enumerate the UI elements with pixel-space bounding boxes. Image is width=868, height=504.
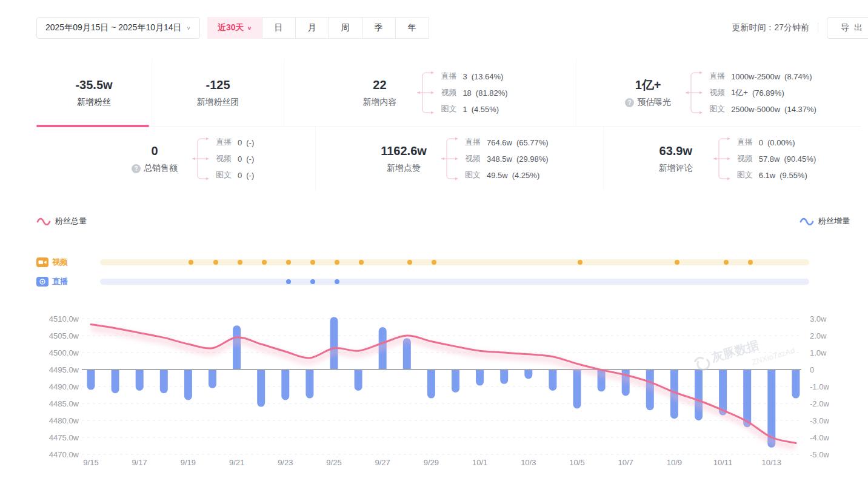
marker-dot[interactable] — [262, 260, 267, 265]
breakdown-row: 图文49.5w(4.25%) — [465, 167, 549, 184]
delta-bar[interactable] — [524, 370, 532, 379]
marker-dot[interactable] — [189, 260, 193, 265]
period-tab-月[interactable]: 月 — [295, 17, 329, 39]
breakdown-label: 视频 — [441, 87, 456, 98]
stat-card-新增内容[interactable]: 22新增内容直播3(13.64%)视频18(81.82%)图文1(4.55%) — [284, 59, 576, 126]
delta-bar[interactable] — [160, 370, 168, 393]
delta-bar[interactable] — [452, 370, 459, 393]
stat-combo: 0?总销售额直播0(-)视频0(-)图文0(-) — [127, 134, 254, 184]
marker-dot[interactable] — [310, 260, 315, 265]
legend-fans-delta[interactable]: 粉丝增量 — [800, 216, 850, 227]
marker-dot[interactable] — [213, 260, 218, 265]
delta-bar[interactable] — [209, 370, 216, 388]
delta-bar[interactable] — [743, 370, 751, 427]
breakdown-row: 直播3(13.64%) — [441, 68, 507, 85]
stat-card-新增粉丝[interactable]: -35.5w新增粉丝 — [36, 59, 152, 126]
delta-bar[interactable] — [403, 338, 411, 370]
delta-bar[interactable] — [476, 370, 484, 386]
breakdown-percent: (81.82%) — [476, 88, 508, 98]
marker-dot[interactable] — [578, 260, 583, 265]
delta-bar[interactable] — [87, 370, 95, 390]
toolbar: 2025年09月15日 ~ 2025年10月14日 ∨ 近30天 ∨ 日月周季年… — [36, 17, 868, 39]
delta-bar[interactable] — [233, 325, 241, 370]
marker-dot[interactable] — [748, 260, 753, 265]
chevron-down-icon: ∨ — [247, 25, 252, 31]
period-tab-周[interactable]: 周 — [329, 17, 362, 39]
marker-dot[interactable] — [407, 260, 412, 265]
breakdown-label: 视频 — [709, 87, 725, 98]
marker-dot[interactable] — [335, 260, 339, 265]
breakdown-list: 直播3(13.64%)视频18(81.82%)图文1(4.55%) — [441, 68, 507, 118]
delta-bar[interactable] — [500, 370, 508, 384]
delta-bar[interactable] — [695, 370, 703, 420]
help-icon[interactable]: ? — [625, 98, 634, 107]
delta-bar[interactable] — [549, 370, 556, 391]
marker-dot[interactable] — [286, 279, 291, 284]
live-icon — [36, 277, 48, 287]
breakdown-label: 直播 — [737, 137, 753, 148]
stat-label-row: 新增评论 — [659, 163, 693, 174]
stat-card-新增粉丝团[interactable]: -125新增粉丝团 — [152, 59, 284, 126]
stat-card-新增评论[interactable]: 63.9w新增评论直播0(0.00%)视频57.8w(90.45%)图文6.1w… — [603, 127, 861, 191]
marker-dot[interactable] — [724, 260, 729, 265]
quick-range-dropdown[interactable]: 近30天 ∨ — [207, 17, 262, 39]
delta-bar[interactable] — [184, 370, 192, 400]
marker-dot[interactable] — [286, 260, 291, 265]
delta-bar[interactable] — [112, 370, 119, 393]
breakdown-value: 18 — [462, 88, 471, 98]
period-tab-季[interactable]: 季 — [362, 17, 396, 39]
export-button[interactable]: 导 出 — [827, 17, 868, 39]
delta-bar[interactable] — [355, 370, 362, 391]
stat-label: 新增粉丝 — [77, 97, 111, 108]
blue-wave-icon — [800, 217, 814, 225]
marker-dot[interactable] — [675, 260, 679, 265]
stat-value: -125 — [205, 78, 230, 92]
delta-bar[interactable] — [281, 370, 289, 400]
period-tab-年[interactable]: 年 — [395, 17, 429, 39]
breakdown-value: 1 — [462, 105, 467, 114]
left-axis-label: 4490.0w — [49, 382, 79, 391]
marker-dot[interactable] — [432, 260, 436, 265]
breakdown-label: 图文 — [709, 104, 725, 114]
left-axis-label: 4510.0w — [49, 314, 79, 323]
delta-bar[interactable] — [305, 370, 313, 399]
x-axis-label: 9/29 — [424, 458, 439, 467]
date-range-picker[interactable]: 2025年09月15日 ~ 2025年10月14日 ∨ — [36, 17, 200, 39]
x-axis-label: 10/1 — [472, 458, 487, 467]
help-icon[interactable]: ? — [132, 164, 141, 173]
delta-bar[interactable] — [427, 370, 435, 399]
breakdown-row: 视频0(-) — [216, 151, 254, 167]
marker-track — [100, 279, 809, 285]
stat-card-总销售额[interactable]: 0?总销售额直播0(-)视频0(-)图文0(-) — [36, 127, 315, 191]
stat-card-新增点赞[interactable]: 1162.6w新增点赞直播764.6w(65.77%)视频348.5w(29.9… — [315, 127, 603, 191]
fan-analytics-dashboard: 2025年09月15日 ~ 2025年10月14日 ∨ 近30天 ∨ 日月周季年… — [0, 0, 868, 504]
fans-trend-chart[interactable]: 4510.0w3.0w4505.0w2.0w4500.0w1.0w4495.0w… — [0, 302, 868, 496]
delta-bar[interactable] — [257, 370, 265, 407]
delta-bar[interactable] — [136, 370, 144, 391]
delta-bar[interactable] — [792, 370, 800, 399]
marker-dot[interactable] — [359, 260, 364, 265]
x-axis-label: 10/13 — [762, 458, 782, 467]
right-axis-label: -3.0w — [810, 416, 829, 425]
stat-value: 22 — [373, 78, 386, 92]
fans-total-line[interactable] — [91, 325, 796, 443]
pink-wave-icon — [36, 217, 51, 225]
breakdown-label: 直播 — [216, 137, 232, 148]
toolbar-right: 更新时间：27分钟前 导 出 — [732, 17, 868, 39]
marker-dot[interactable] — [335, 279, 339, 284]
chevron-down-icon: ∨ — [187, 25, 191, 31]
marker-dot[interactable] — [238, 260, 242, 265]
breakdown-row: 图文1(4.55%) — [441, 101, 507, 118]
marker-dot[interactable] — [310, 279, 315, 284]
period-segmented-control: 近30天 ∨ 日月周季年 — [207, 17, 429, 39]
breakdown-value: 0 — [238, 138, 242, 147]
stat-label: 新增内容 — [362, 97, 396, 108]
legend-label: 粉丝总量 — [55, 216, 87, 227]
stat-main: 0?总销售额 — [127, 144, 182, 174]
delta-bar[interactable] — [330, 317, 338, 370]
legend-fans-total[interactable]: 粉丝总量 — [36, 216, 87, 227]
stat-label: 新增粉丝团 — [197, 97, 239, 108]
stat-card-预估曝光[interactable]: 1亿+?预估曝光直播1000w-2500w(8.74%)视频1亿+(76.89%… — [576, 59, 861, 126]
period-tab-日[interactable]: 日 — [262, 17, 296, 39]
delta-bar[interactable] — [573, 370, 581, 408]
